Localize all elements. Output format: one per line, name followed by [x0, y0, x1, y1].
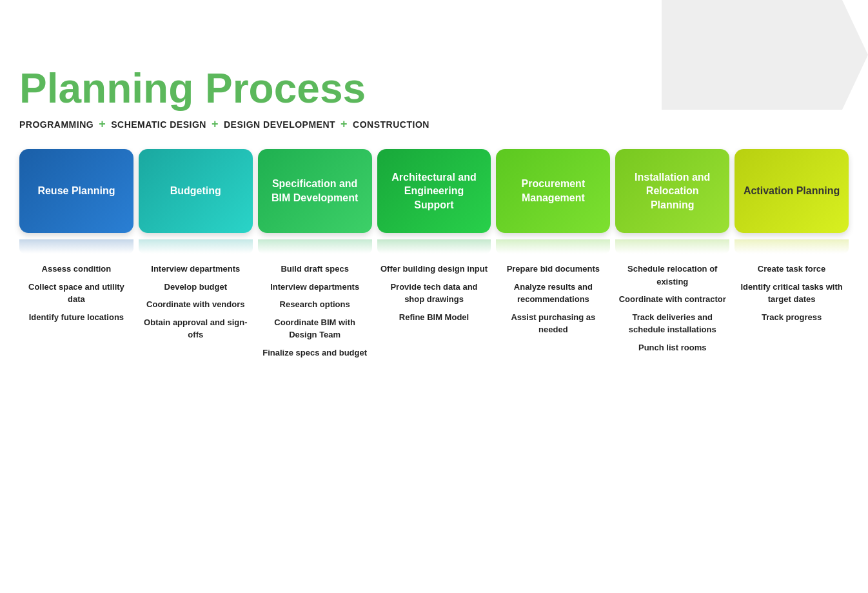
bullet-4-2: Assist purchasing as needed	[498, 311, 607, 336]
column-arch-eng: Architectural and Engineering Support Of…	[377, 149, 491, 328]
bullets-spec-bim: Build draft specs Interview departments …	[258, 263, 372, 364]
card-procurement: Procurement Management	[496, 149, 610, 233]
bullet-5-1: Coordinate with contractor	[618, 293, 727, 306]
bullet-5-3: Punch list rooms	[618, 341, 727, 354]
card-reflection-3	[258, 239, 372, 254]
phase-programming: PROGRAMMING	[19, 119, 94, 130]
bullets-budgeting: Interview departments Develop budget Coo…	[139, 263, 253, 347]
bullet-1-2: Coordinate with vendors	[141, 298, 250, 311]
bullets-installation: Schedule relocation of existing Coordina…	[615, 263, 729, 359]
bullet-5-0: Schedule relocation of existing	[618, 263, 727, 288]
card-activation: Activation Planning	[735, 149, 849, 233]
bullet-3-1: Provide tech data and shop drawings	[380, 281, 489, 306]
bullet-0-1: Collect space and utility data	[22, 281, 131, 306]
column-spec-bim: Specification and BIM Development Build …	[258, 149, 372, 364]
bullets-arch-eng: Offer building design input Provide tech…	[377, 263, 491, 328]
bullet-4-0: Prepare bid documents	[498, 263, 607, 276]
bullet-2-1: Interview departments	[261, 281, 370, 294]
bullet-1-1: Develop budget	[141, 281, 250, 294]
bullet-6-2: Track progress	[737, 311, 846, 324]
card-spec-bim: Specification and BIM Development	[258, 149, 372, 233]
card-reflection-5	[496, 239, 610, 254]
plus-1: +	[99, 117, 106, 131]
column-budgeting: Budgeting Interview departments Develop …	[139, 149, 253, 347]
bullet-2-3: Coordinate BIM with Design Team	[261, 316, 370, 341]
phase-construction: CONSTRUCTION	[353, 119, 429, 130]
phase-schematic: SCHEMATIC DESIGN	[111, 119, 206, 130]
card-reuse-planning: Reuse Planning	[19, 149, 133, 233]
card-budgeting: Budgeting	[139, 149, 253, 233]
bullet-6-1: Identify critical tasks with target date…	[737, 281, 846, 306]
phase-row: PROGRAMMING + SCHEMATIC DESIGN + DESIGN …	[19, 117, 849, 131]
bullet-1-3: Obtain approval and sign-offs	[141, 316, 250, 341]
column-installation: Installation and Relocation Planning Sch…	[615, 149, 729, 359]
plus-2: +	[212, 117, 219, 131]
bullets-procurement: Prepare bid documents Analyze results an…	[496, 263, 610, 341]
card-reflection-1	[19, 239, 133, 254]
bullets-activation: Create task force Identify critical task…	[735, 263, 849, 328]
bullet-2-2: Research options	[261, 298, 370, 311]
card-reflection-7	[735, 239, 849, 254]
card-reflection-2	[139, 239, 253, 254]
bullet-2-0: Build draft specs	[261, 263, 370, 276]
plus-3: +	[340, 117, 348, 131]
bullet-0-0: Assess condition	[22, 263, 131, 276]
bullet-2-4: Finalize specs and budget	[261, 347, 370, 359]
column-procurement: Procurement Management Prepare bid docum…	[496, 149, 610, 341]
bullet-3-0: Offer building design input	[380, 263, 489, 276]
cards-container: Reuse Planning Assess condition Collect …	[19, 149, 849, 364]
card-reflection-6	[615, 239, 729, 254]
bullet-6-0: Create task force	[737, 263, 846, 276]
bullet-0-2: Identify future locations	[22, 311, 131, 324]
bullet-3-2: Refine BIM Model	[380, 311, 489, 324]
bullet-4-1: Analyze results and recommendations	[498, 281, 607, 306]
column-reuse-planning: Reuse Planning Assess condition Collect …	[19, 149, 133, 328]
bullets-reuse-planning: Assess condition Collect space and utili…	[19, 263, 133, 328]
page-title: Planning Process	[19, 65, 849, 112]
card-installation: Installation and Relocation Planning	[615, 149, 729, 233]
bullet-5-2: Track deliveries and schedule installati…	[618, 311, 727, 336]
card-arch-eng: Architectural and Engineering Support	[377, 149, 491, 233]
column-activation: Activation Planning Create task force Id…	[735, 149, 849, 328]
phase-design-dev: DESIGN DEVELOPMENT	[224, 119, 335, 130]
bullet-1-0: Interview departments	[141, 263, 250, 276]
card-reflection-4	[377, 239, 491, 254]
